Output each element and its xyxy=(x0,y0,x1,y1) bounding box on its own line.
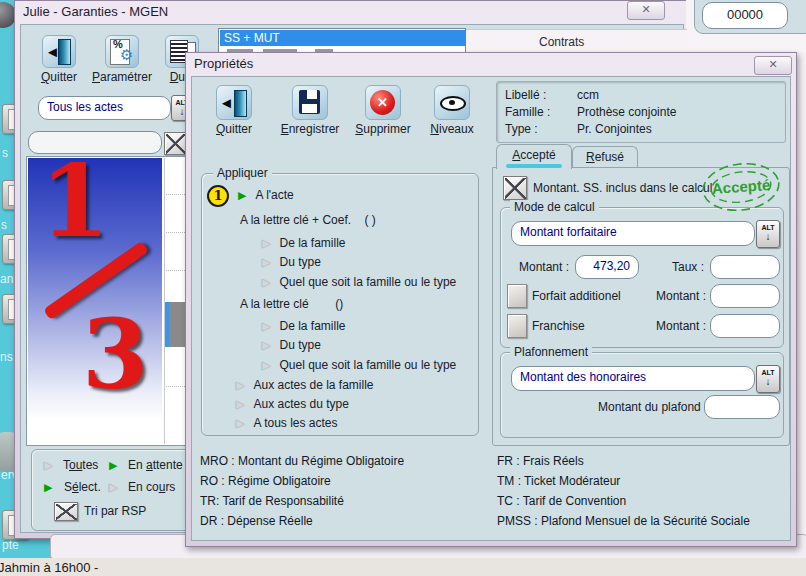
appliquer-item[interactable]: ▶Du type xyxy=(262,255,321,269)
legend-entry: TM : Ticket Modérateur xyxy=(497,474,620,488)
franchise-checkbox[interactable] xyxy=(507,314,527,338)
active-tab-underline xyxy=(506,164,562,168)
code-field-value: 00000 xyxy=(703,3,787,27)
delete-circle-x-icon: ✕ xyxy=(365,85,401,120)
dialog-quitter-label: Quitter xyxy=(200,122,268,136)
plafonnement-group: Montant des honoraires ALT ↓ Montant du … xyxy=(500,352,784,438)
close-icon: ✕ xyxy=(768,58,777,70)
appliquer-item[interactable]: ▶De la famille xyxy=(262,319,346,333)
mode-de-calcul-legend: Mode de calcul xyxy=(510,200,599,214)
appliquer-item[interactable]: ▶Quel que soit la famille ou le type xyxy=(262,275,456,289)
mode-calcul-combo[interactable]: Montant forfaitaire xyxy=(511,221,755,246)
appliquer-item[interactable]: A la lettre clé () xyxy=(240,297,343,311)
taux-field[interactable] xyxy=(710,255,780,279)
montant-field[interactable]: 473,20 xyxy=(575,255,639,279)
acts-list-column[interactable] xyxy=(164,158,187,444)
plafonnement-combo[interactable]: Montant des honoraires xyxy=(511,366,755,391)
strip-label: s xyxy=(2,146,8,160)
strip-label: ns xyxy=(0,350,13,364)
taux-label: Taux : xyxy=(672,260,704,274)
main-window-titlebar[interactable]: Julie - Garanties - MGEN xyxy=(15,1,689,22)
floppy-disk-icon xyxy=(292,85,328,120)
appliquer-item[interactable]: ▶Aux actes du type xyxy=(236,397,349,411)
franchise-montant-label: Montant : xyxy=(656,319,706,333)
montant-value: 473,20 xyxy=(576,256,638,276)
gray-arrow-icon: ▶ xyxy=(44,459,52,472)
desktop: s s an ns erv pte 00000 Julie - Garantie… xyxy=(0,0,806,576)
main-window-close-button[interactable]: ✕ xyxy=(627,1,665,20)
mode-calcul-alt-button[interactable]: ALT ↓ xyxy=(756,220,780,248)
filter-select[interactable]: Sélect. xyxy=(64,480,101,494)
quitter-button[interactable]: ◄ Quitter xyxy=(30,35,88,84)
quitter-label: Quitter xyxy=(30,70,88,84)
gray-arrow-icon: ▶ xyxy=(262,339,270,351)
main-window-title: Julie - Garanties - MGEN xyxy=(23,4,168,19)
strip-label: pte xyxy=(2,538,19,552)
dialog-close-button[interactable]: ✕ xyxy=(754,56,792,75)
appliquer-item[interactable]: A la lettre clé + Coef. ( ) xyxy=(240,213,376,227)
libelle-label: Libellé : xyxy=(505,88,546,102)
plafonnement-legend: Plafonnement xyxy=(510,345,592,359)
code-field[interactable]: 00000 xyxy=(702,2,788,29)
appliquer-legend: Appliquer xyxy=(213,166,272,180)
appliquer-item[interactable]: ▶Quel que soit la famille ou le type xyxy=(262,358,456,372)
appliquer-group: 1 ▶A l'acte A la lettre clé + Coef. ( ) … xyxy=(201,173,479,436)
act-info-box: Libellé : ccm Famille : Prothèse conjoin… xyxy=(496,81,786,143)
dialog-supprimer-button[interactable]: ✕ Supprimer xyxy=(348,85,418,136)
tri-par-rsp-checkbox[interactable] xyxy=(54,502,78,521)
franchise-montant-field[interactable] xyxy=(710,314,780,338)
acts-filter-value: Tous les actes xyxy=(39,97,170,118)
appliquer-item[interactable]: ▶Aux actes de la famille xyxy=(236,378,374,392)
acts-list-panel: 1 3 xyxy=(26,156,188,446)
tab-accepte[interactable]: Accepté xyxy=(496,144,572,169)
legend-entry: FR : Frais Réels xyxy=(497,454,584,468)
priority-1-badge: 1 xyxy=(207,185,229,207)
forfait-additionel-checkbox[interactable] xyxy=(507,284,527,308)
tab-refuse[interactable]: Refusé xyxy=(572,146,638,169)
mode-calcul-value: Montant forfaitaire xyxy=(512,222,754,243)
dialog-titlebar[interactable]: Propriétés xyxy=(186,53,796,74)
forfait-montant-field[interactable] xyxy=(710,284,780,308)
strip-label: s xyxy=(1,218,7,232)
dialog-niveaux-label: Niveaux xyxy=(420,122,484,136)
page-indicator-numerator: 1 xyxy=(40,158,110,256)
dialog-enregistrer-button[interactable]: Enregistrer xyxy=(272,85,348,136)
clear-x-checkbox[interactable] xyxy=(164,132,187,155)
left-arrow-icon: ◄ xyxy=(45,43,60,60)
ss-inclus-label: Montant. SS. inclus dans le calcul xyxy=(533,181,712,195)
dropdown-selected-item[interactable]: SS + MUT xyxy=(220,30,466,46)
gray-arrow-icon: ▶ xyxy=(262,359,270,371)
filter-toutes[interactable]: Toutes xyxy=(63,458,98,472)
exit-door-icon: ◄ xyxy=(216,85,252,120)
legend-entry: MRO : Montant du Régime Obligatoire xyxy=(200,454,404,468)
status-bar: Jahmin à 16h00 - xyxy=(0,558,806,576)
page-indicator-image: 1 3 xyxy=(28,158,162,420)
famille-label: Famille : xyxy=(505,105,550,119)
tri-par-rsp-label: Tri par RSP xyxy=(84,504,146,518)
status-text: Jahmin à 16h00 - xyxy=(0,560,98,575)
eye-icon xyxy=(434,85,470,120)
left-arrow-icon: ◄ xyxy=(219,94,234,111)
filter-en-attente[interactable]: En attente xyxy=(128,458,183,472)
appliquer-item[interactable]: ▶Du type xyxy=(262,338,321,352)
contrats-tab-label[interactable]: Contrats xyxy=(539,35,584,49)
acts-filter-combo[interactable]: Tous les actes xyxy=(38,96,171,120)
type-value: Pr. Conjointes xyxy=(577,122,652,136)
gray-arrow-icon: ▶ xyxy=(236,379,244,391)
plafonnement-alt-button[interactable]: ALT ↓ xyxy=(756,365,780,393)
filter-en-cours[interactable]: En cours xyxy=(128,480,175,494)
plafonnement-value: Montant des honoraires xyxy=(512,367,754,388)
legend-entry: DR : Dépense Réelle xyxy=(200,514,313,528)
mode-de-calcul-group: Montant forfaitaire ALT ↓ Montant : 473,… xyxy=(500,207,784,348)
gray-arrow-icon: ▶ xyxy=(262,256,270,268)
appliquer-item[interactable]: ▶De la famille xyxy=(262,236,346,250)
appliquer-item[interactable]: ▶A tous les actes xyxy=(236,416,338,430)
ss-inclus-checkbox[interactable] xyxy=(503,176,527,200)
legend-entry: RO : Régime Obligatoire xyxy=(200,474,331,488)
dialog-niveaux-button[interactable]: Niveaux xyxy=(420,85,484,136)
montant-du-plafond-field[interactable] xyxy=(704,395,780,419)
parametrer-button[interactable]: % ⚙ Paramétrer xyxy=(91,35,153,84)
appliquer-item[interactable]: ▶A l'acte xyxy=(238,188,294,202)
search-field[interactable] xyxy=(28,131,162,154)
dialog-quitter-button[interactable]: ◄ Quitter xyxy=(200,85,268,136)
